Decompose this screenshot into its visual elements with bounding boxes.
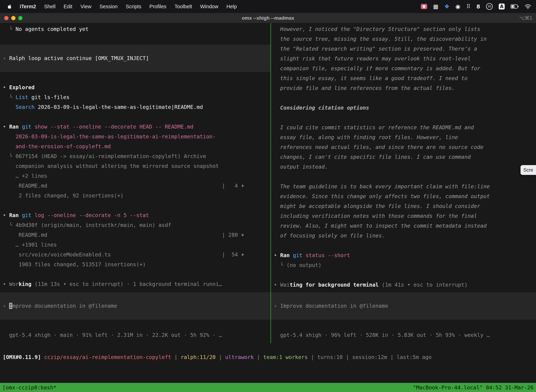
menubar-items: iTerm2ShellEditViewSessionScriptsProfile… (20, 4, 237, 9)
terminal-line: … +1901 lines (0, 240, 270, 250)
terminal-line: might be acceptable alongside the file l… (271, 201, 536, 211)
working-status: • Working (11m 13s • esc to interrupt) ·… (0, 279, 270, 289)
window-shortcut-hint: ⌥⌘1 (519, 15, 536, 21)
reasoning-heading: Considering citation options (271, 103, 536, 113)
apple-menu-icon[interactable] (6, 3, 13, 10)
terminal-line: └ (no output) (271, 260, 536, 270)
terminal-line: and-the-erosion-of-copyleft.md (0, 142, 270, 151)
omx-status-bar: [OMX#0.11.9] cczip/essay/ai-reimplementa… (0, 352, 536, 362)
terminal-line: └ 067f154 (HEAD -> essay/ai-reimplementa… (0, 151, 270, 161)
model-status-line: gpt-5.4 xhigh · 96% left · 520K in · 5.8… (271, 330, 536, 340)
window-title: omx --xhigh --madmax (0, 15, 536, 21)
terminal-content: └ No agents completed yet › Ralph loop a… (0, 23, 536, 383)
left-pane-output: └ No agents completed yet › Ralph loop a… (0, 24, 270, 289)
battery-icon[interactable] (511, 4, 519, 9)
keypad-icon[interactable]: 8 (476, 4, 480, 10)
blue-app-icon[interactable]: ❖ (444, 3, 450, 10)
menu-item-scripts[interactable]: Scripts (126, 4, 141, 9)
prompt-input[interactable]: › Improve documentation in @filename (271, 292, 536, 320)
terminal-line: companion file, especially if more comme… (271, 64, 536, 73)
terminal-line: • Ran git log --oneline --decorate -n 5 … (0, 210, 270, 220)
waiting-status: • Waiting for background terminal (1m 41… (271, 280, 536, 290)
terminal-line: 1903 files changed, 513517 insertions(+) (0, 260, 270, 269)
terminal-line: evidence. Since this change only affects… (271, 191, 536, 201)
terminal-line: • Ran git show --stat --oneline --decora… (0, 122, 270, 132)
right-pane-output: However, I noticed the "Directory Struct… (271, 24, 536, 290)
iterm2-window: omx --xhigh --madmax ⌥⌘1 └ No agents com… (0, 13, 536, 392)
stop-icon (423, 5, 425, 8)
macos-menubar: iTerm2ShellEditViewSessionScriptsProfile… (0, 0, 536, 13)
terminal-line: • Ran git status --short (271, 250, 536, 260)
left-pane[interactable]: └ No agents completed yet › Ralph loop a… (0, 23, 270, 343)
model-status-line: gpt-5.4 xhigh · main · 91% left · 2.31M … (0, 330, 270, 340)
terminal-line: I could cite commit statistics or refere… (271, 123, 536, 132)
tmux-session-window[interactable]: [omx-cczip0:bash* (2, 384, 57, 391)
terminal-line: README.md | 4 + (0, 181, 270, 191)
battery-gauge-icon[interactable]: .61 (486, 3, 493, 10)
terminal-line: Search 2026-03-09-is-legal-the-same-as-l… (0, 102, 270, 112)
terminal-line: companion analysis without altering the … (0, 161, 270, 171)
terminal-line: 2 files changed, 92 insertions(+) (0, 191, 270, 201)
traffic-lights (0, 16, 23, 20)
right-pane-footer: › Improve documentation in @filename gpt… (271, 292, 536, 340)
dots-grid-icon[interactable]: ⠿ (466, 3, 470, 10)
menubar-status-icons: ▦ ❖ ◉ ⠿ 8 .61 A (421, 3, 531, 10)
minimize-button[interactable] (11, 16, 15, 20)
omx-status-line: [OMX#0.11.9] cczip/essay/ai-reimplementa… (0, 352, 536, 362)
notification-text: Scre (523, 167, 533, 173)
left-pane-footer: › Improve documentation in @filename gpt… (0, 292, 270, 340)
screen-recording-indicator[interactable] (421, 4, 427, 9)
close-button[interactable] (4, 16, 9, 20)
grid-icon[interactable]: ▦ (433, 3, 438, 10)
terminal-line (0, 73, 270, 83)
menu-item-edit[interactable]: Edit (63, 4, 72, 9)
terminal-line: └ List git ls-files (0, 92, 270, 102)
right-pane[interactable]: However, I noticed the "Directory Struct… (271, 23, 536, 343)
tmux-status-bar: [omx-cczip0:bash* "MacBook-Pro-44.local"… (0, 383, 536, 392)
terminal-line: of focusing solely on file lines. (271, 231, 536, 241)
terminal-line (0, 34, 270, 44)
terminal-line (271, 320, 536, 330)
notification-sliver[interactable]: Scre (521, 165, 536, 175)
injected-prompt-banner: › Ralph loop active continue [OMX_TMUX_I… (0, 45, 270, 72)
terminal-line: provide file and line references from th… (271, 83, 536, 93)
terminal-line: output instead. (271, 162, 536, 172)
circle-app-icon[interactable]: ◉ (455, 3, 460, 10)
terminal-line: README.md | 280 + (0, 230, 270, 240)
terminal-line: the "Related research writing" section i… (271, 44, 536, 54)
tmux-panes: └ No agents completed yet › Ralph loop a… (0, 23, 536, 343)
menu-item-profiles[interactable]: Profiles (149, 4, 167, 9)
menu-item-window[interactable]: Window (200, 4, 218, 9)
terminal-line: the source tree, missing the essay. Stil… (271, 34, 536, 44)
terminal-line: The team guideline is to back every impo… (271, 182, 536, 191)
terminal-line: slight risk that future readers may over… (271, 54, 536, 64)
menu-item-help[interactable]: Help (226, 4, 237, 9)
terminal-line (271, 113, 536, 123)
menu-item-shell[interactable]: Shell (44, 4, 56, 9)
terminal-line: review. Also, I might want to inspect th… (271, 221, 536, 231)
terminal-line (0, 201, 270, 210)
window-titlebar[interactable]: omx --xhigh --madmax ⌥⌘1 (0, 13, 536, 23)
menu-item-view[interactable]: View (80, 4, 91, 9)
terminal-line: └ 4b9d30f (origin/main, instructkr/main,… (0, 220, 270, 230)
terminal-line: … +2 lines (0, 171, 270, 181)
input-source-icon[interactable]: A (499, 4, 505, 9)
prompt-input[interactable]: › Improve documentation in @filename (0, 292, 270, 320)
terminal-line: • Explored (0, 83, 270, 92)
menu-item-iterm2[interactable]: iTerm2 (20, 4, 36, 9)
terminal-line: references need actual files, and since … (271, 142, 536, 152)
terminal-line (271, 241, 536, 250)
wifi-icon[interactable] (525, 4, 531, 9)
terminal-line: └ No agents completed yet (0, 24, 270, 34)
terminal-line: However, I noticed the "Directory Struct… (271, 24, 536, 34)
menu-item-toolbelt[interactable]: Toolbelt (174, 4, 192, 9)
terminal-line (271, 270, 536, 280)
zoom-button[interactable] (18, 16, 23, 20)
terminal-line (271, 172, 536, 182)
terminal-line (0, 320, 270, 330)
terminal-line (271, 93, 536, 103)
terminal-line (0, 269, 270, 279)
terminal-line: changes, I can't cite specific file line… (271, 152, 536, 162)
menu-item-session[interactable]: Session (100, 4, 118, 9)
tmux-host-clock: "MacBook-Pro-44.local" 04:52 31-Mar-26 (413, 384, 534, 391)
